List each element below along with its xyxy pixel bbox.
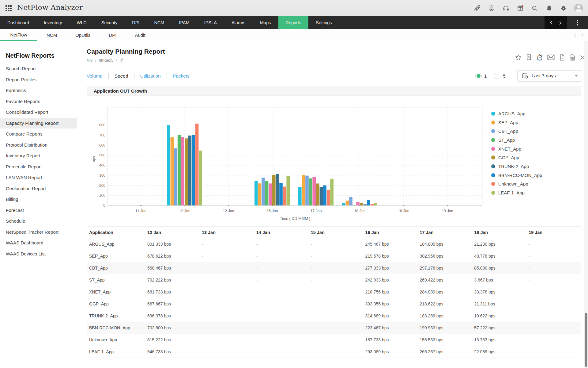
bar-ggp-app-12-jan[interactable] bbox=[185, 138, 188, 205]
bar-sep-app-16-jan[interactable] bbox=[258, 183, 262, 205]
billing-invoice-icon[interactable]: $ bbox=[525, 54, 533, 61]
legend-item-bbn-rcc-mon-app[interactable]: BBN-RCC-MON_App bbox=[491, 171, 542, 180]
bar-st-app-12-jan[interactable] bbox=[178, 135, 181, 205]
nav-item-security[interactable]: Security bbox=[94, 16, 125, 29]
export-csv-icon[interactable]: CSV bbox=[569, 54, 576, 61]
notifications-bell-icon[interactable] bbox=[545, 5, 553, 12]
nav-item-settings[interactable]: Settings bbox=[308, 16, 339, 29]
breadcrumb-crumb[interactable]: Niv bbox=[87, 58, 93, 63]
legend-item-argus-app[interactable]: ARGUS_App bbox=[491, 109, 542, 118]
tab-utilization[interactable]: Utilization bbox=[140, 73, 161, 79]
email-envelope-icon[interactable] bbox=[547, 53, 555, 61]
legend-item-unknown-app[interactable]: Unknown_App bbox=[491, 180, 542, 189]
bar-leaf-1-app-12-jan[interactable] bbox=[199, 151, 202, 205]
bar-unknown-app-17-jan[interactable] bbox=[327, 190, 330, 205]
radio-unselected-icon[interactable] bbox=[494, 73, 500, 79]
breadcrumb-crumb[interactable]: IfIndex5 bbox=[99, 58, 113, 63]
sidebar-item-forecast[interactable]: Forecast bbox=[0, 205, 77, 216]
sidebar-item-consolidated-report[interactable]: Consolidated Report bbox=[0, 107, 77, 118]
subnav-item-ncm[interactable]: NCM bbox=[37, 29, 66, 41]
bar-unknown-app-16-jan[interactable] bbox=[283, 187, 286, 205]
bar-bbn-rcc-mon-app-12-jan[interactable] bbox=[192, 135, 195, 205]
bar-sep-app-18-jan[interactable] bbox=[346, 201, 349, 205]
bar-ggp-app-16-jan[interactable] bbox=[272, 175, 276, 205]
bar-trunk-2-app-18-jan[interactable] bbox=[364, 205, 367, 205]
nav-item-maps[interactable]: Maps bbox=[253, 16, 278, 29]
vertical-scrollbar[interactable] bbox=[584, 41, 588, 368]
nav-item-dpi[interactable]: DPI bbox=[125, 16, 147, 29]
favorite-star-icon[interactable] bbox=[514, 54, 522, 61]
bar-xnet-app-17-jan[interactable] bbox=[312, 177, 316, 205]
bar-ggp-app-17-jan[interactable] bbox=[316, 183, 319, 205]
bar-trunk-2-app-16-jan[interactable] bbox=[276, 174, 279, 205]
tab-packets[interactable]: Packets bbox=[173, 73, 190, 79]
sidebar-item-forensics[interactable]: Forensics bbox=[0, 85, 77, 96]
bar-leaf-1-app-18-jan[interactable] bbox=[374, 203, 377, 205]
interval-option-1[interactable]: 1 bbox=[475, 73, 487, 79]
legend-item-trunk-2-app[interactable]: TRUNK-2_App bbox=[491, 162, 542, 171]
tab-volume[interactable]: Volume bbox=[87, 73, 103, 79]
whats-new-gift-icon[interactable] bbox=[517, 5, 524, 12]
bar-unknown-app-12-jan[interactable] bbox=[195, 124, 199, 205]
sidebar-item-netspeed-tracker-report[interactable]: NetSpeed Tracker Report bbox=[0, 227, 77, 238]
scrollbar-thumb[interactable] bbox=[585, 313, 587, 367]
export-pdf-icon[interactable] bbox=[558, 54, 566, 61]
sidebar-item-percentile-report[interactable]: Percentile Report bbox=[0, 161, 77, 172]
bar-xnet-app-18-jan[interactable] bbox=[356, 202, 360, 205]
nav-next-icon[interactable] bbox=[559, 21, 562, 25]
bar-argus-app-12-jan[interactable] bbox=[167, 125, 170, 205]
nav-item-wlc[interactable]: WLC bbox=[70, 16, 94, 29]
date-range-button[interactable]: Last 7 days bbox=[517, 70, 582, 82]
subnav-item-oputils[interactable]: OpUtils bbox=[66, 29, 100, 41]
sidebar-item-capacity-planning-report[interactable]: Capacity Planning Report bbox=[0, 118, 77, 129]
settings-gear-icon[interactable] bbox=[560, 5, 567, 12]
bar-unknown-app-18-jan[interactable] bbox=[371, 204, 374, 205]
support-headset-icon[interactable] bbox=[502, 5, 510, 12]
bar-bbn-rcc-mon-app-18-jan[interactable] bbox=[367, 200, 370, 205]
sidebar-item-billing[interactable]: Billing bbox=[0, 194, 77, 205]
sidebar-item-inventory-report[interactable]: Inventory Report bbox=[0, 150, 77, 161]
apps-grid-icon[interactable] bbox=[6, 5, 12, 11]
legend-item-ggp-app[interactable]: GGP_App bbox=[491, 153, 542, 162]
interval-option-5[interactable]: 5 bbox=[494, 73, 505, 79]
sidebar-item-waas-dashboard[interactable]: WAAS Dashboard bbox=[0, 237, 77, 248]
nav-prev-icon[interactable] bbox=[550, 21, 553, 25]
sidebar-item-search-report[interactable]: Search Report bbox=[0, 63, 77, 74]
tab-speed[interactable]: Speed bbox=[115, 73, 128, 79]
bar-bbn-rcc-mon-app-17-jan[interactable] bbox=[323, 186, 326, 205]
sidebar-item-favorite-reports[interactable]: Favorite Reports bbox=[0, 96, 77, 107]
nav-item-alarms[interactable]: Alarms bbox=[224, 16, 253, 29]
bar-xnet-app-16-jan[interactable] bbox=[269, 183, 272, 205]
sidebar-item-lan-wan-report[interactable]: LAN WAN Report bbox=[0, 172, 77, 183]
bar-trunk-2-app-17-jan[interactable] bbox=[320, 187, 323, 205]
nav-item-reports[interactable]: Reports bbox=[278, 16, 309, 29]
legend-item-st-app[interactable]: ST_App bbox=[491, 136, 542, 144]
legend-item-sep-app[interactable]: SEP_App bbox=[491, 118, 542, 127]
bar-st-app-18-jan[interactable] bbox=[353, 205, 356, 205]
edit-pencil-icon[interactable] bbox=[119, 58, 124, 63]
bar-cbt-app-12-jan[interactable] bbox=[174, 148, 177, 205]
subnav-item-audit[interactable]: Audit bbox=[126, 29, 154, 41]
legend-item-cbt-app[interactable]: CBT_App bbox=[491, 127, 542, 136]
nav-item-ncm[interactable]: NCM bbox=[147, 16, 172, 29]
bar-leaf-1-app-16-jan[interactable] bbox=[286, 176, 290, 205]
legend-item-leaf-1-app[interactable]: LEAF-1_App bbox=[491, 188, 542, 197]
search-icon[interactable] bbox=[531, 5, 538, 12]
subnav-next-icon[interactable] bbox=[581, 33, 584, 37]
nav-more-icon[interactable] bbox=[567, 16, 588, 29]
bar-sep-app-17-jan[interactable] bbox=[302, 175, 305, 205]
bar-trunk-2-app-12-jan[interactable] bbox=[188, 136, 192, 205]
radio-selected-icon[interactable] bbox=[475, 73, 482, 79]
user-avatar[interactable] bbox=[574, 4, 583, 13]
bar-argus-app-16-jan[interactable] bbox=[254, 181, 258, 205]
sidebar-item-waas-devices-list[interactable]: WAAS Devices List bbox=[0, 248, 77, 259]
schedule-timer-icon[interactable] bbox=[536, 53, 544, 61]
bar-cbt-app-17-jan[interactable] bbox=[305, 176, 309, 205]
bar-cbt-app-18-jan[interactable] bbox=[349, 197, 352, 205]
legend-item-xnet-app[interactable]: XNET_App bbox=[491, 144, 542, 153]
bar-bbn-rcc-mon-app-16-jan[interactable] bbox=[279, 183, 283, 205]
nav-item-inventory[interactable]: Inventory bbox=[36, 16, 70, 29]
sidebar-item-report-profiles[interactable]: Report Profiles bbox=[0, 74, 77, 85]
bar-st-app-17-jan[interactable] bbox=[309, 178, 312, 205]
nav-item-ipsla[interactable]: IPSLA bbox=[197, 16, 224, 29]
